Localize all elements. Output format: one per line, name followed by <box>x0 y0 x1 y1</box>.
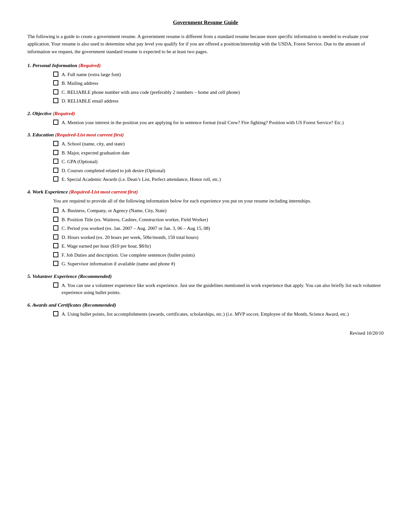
section-2-heading: 2. Objective (Required) <box>27 111 384 116</box>
section-1-checkbox-0[interactable] <box>53 72 58 77</box>
section-4-item-6: G. Supervisor information if available (… <box>53 260 384 268</box>
section-3-item-0: A. School (name, city, and state) <box>53 140 384 148</box>
section-3-item-2: C. GPA (Optional) <box>53 158 384 165</box>
section-2-checkbox-0[interactable] <box>53 120 58 125</box>
section-4-checkbox-2[interactable] <box>53 225 58 231</box>
section-4-item-text-4: E. Wage earned per hour ($10 per hour, $… <box>62 242 384 250</box>
section-3-checkbox-0[interactable] <box>53 141 58 146</box>
section-5-items: A. You can use a volunteer experience li… <box>27 282 384 296</box>
section-6-item-0: A. Using bullet points, list accomplishm… <box>53 310 384 318</box>
section-4-item-0: A. Business, Company, or Agency (Name, C… <box>53 207 384 214</box>
section-4-intro-block: You are required to provide all of the f… <box>27 197 384 205</box>
section-5-item-text-0: A. You can use a volunteer experience li… <box>62 282 384 296</box>
page-title: Government Resume Guide <box>27 19 384 26</box>
section-1-checkbox-2[interactable] <box>53 89 58 94</box>
section-5-checkbox-0[interactable] <box>53 282 58 288</box>
section-4-checkbox-5[interactable] <box>53 252 58 257</box>
section-3-checkbox-2[interactable] <box>53 159 58 164</box>
section-3-item-3: D. Courses completed related to job desi… <box>53 167 384 174</box>
section-4-item-4: E. Wage earned per hour ($10 per hour, $… <box>53 242 384 250</box>
section-1-item-2: C. RELIABLE phone number with area code … <box>53 89 384 96</box>
section-3-item-text-3: D. Courses completed related to job desi… <box>62 167 384 174</box>
section-5-required-label: (Recommended) <box>78 273 112 279</box>
section-4-checkbox-6[interactable] <box>53 261 58 266</box>
section-3-item-text-0: A. School (name, city, and state) <box>62 140 384 148</box>
section-4-item-2: C. Period you worked (ex. Jan. 2007 – Au… <box>53 225 384 232</box>
section-1-checkbox-1[interactable] <box>53 80 58 85</box>
section-1: 1. Personal Information (Required)A. Ful… <box>27 63 384 105</box>
section-4-item-text-2: C. Period you worked (ex. Jan. 2007 – Au… <box>62 225 384 232</box>
section-4-item-text-5: F. Job Duties and description. Use compl… <box>62 251 384 259</box>
section-4-checkbox-0[interactable] <box>53 208 58 213</box>
section-4-item-3: D. Hours worked (ex. 20 hours per week, … <box>53 234 384 241</box>
section-4-heading: 4. Work Experience (Required-List most c… <box>27 189 384 195</box>
section-2-item-text-0: A. Mention your interest in the position… <box>62 119 384 126</box>
section-1-item-text-0: A. Full name (extra large font) <box>62 71 384 78</box>
section-6-required-label: (Recommended) <box>83 302 116 308</box>
section-4-checkbox-1[interactable] <box>53 217 58 222</box>
section-4-checkbox-3[interactable] <box>53 234 58 240</box>
section-3-item-1: B. Major, expected graduation date <box>53 149 384 157</box>
section-2-items: A. Mention your interest in the position… <box>27 119 384 126</box>
intro-paragraph: The following is a guide to create a gov… <box>27 33 384 55</box>
section-4-item-text-1: B. Position Title (ex. Waitress, Cashier… <box>62 216 384 223</box>
section-1-heading: 1. Personal Information (Required) <box>27 63 384 68</box>
section-3-required-label: (Required-List most current first) <box>55 132 124 137</box>
section-1-required-label: (Required) <box>78 63 101 68</box>
section-3-checkbox-1[interactable] <box>53 150 58 155</box>
section-4-required-label: (Required-List most current first) <box>69 189 138 194</box>
section-3: 3. Education (Required-List most current… <box>27 132 384 183</box>
section-4-item-text-6: G. Supervisor information if available (… <box>62 260 384 268</box>
section-5: 5. Volunteer Experience (Recommended)A. … <box>27 273 384 296</box>
section-6-items: A. Using bullet points, list accomplishm… <box>27 310 384 318</box>
section-4-checkbox-4[interactable] <box>53 243 58 248</box>
section-2: 2. Objective (Required)A. Mention your i… <box>27 111 384 126</box>
section-4-items: A. Business, Company, or Agency (Name, C… <box>27 207 384 268</box>
section-1-checkbox-3[interactable] <box>53 98 58 103</box>
section-4-item-text-3: D. Hours worked (ex. 20 hours per week, … <box>62 234 384 241</box>
section-2-item-0: A. Mention your interest in the position… <box>53 119 384 126</box>
section-1-item-1: B. Mailing address <box>53 80 384 87</box>
section-3-item-text-1: B. Major, expected graduation date <box>62 149 384 157</box>
section-1-item-3: D. RELIABLE email address <box>53 97 384 105</box>
section-4-item-5: F. Job Duties and description. Use compl… <box>53 251 384 259</box>
section-1-items: A. Full name (extra large font)B. Mailin… <box>27 71 384 105</box>
section-3-items: A. School (name, city, and state)B. Majo… <box>27 140 384 183</box>
section-4-item-text-0: A. Business, Company, or Agency (Name, C… <box>62 207 384 214</box>
section-4-item-1: B. Position Title (ex. Waitress, Cashier… <box>53 216 384 223</box>
section-3-checkbox-4[interactable] <box>53 176 58 182</box>
section-1-item-text-3: D. RELIABLE email address <box>62 97 384 105</box>
section-6-heading: 6. Awards and Certificates (Recommended) <box>27 302 384 308</box>
section-1-item-text-1: B. Mailing address <box>62 80 384 87</box>
revised-line: Revised 10/20/10 <box>27 330 384 336</box>
section-1-item-0: A. Full name (extra large font) <box>53 71 384 78</box>
section-3-checkbox-3[interactable] <box>53 168 58 173</box>
sections-container: 1. Personal Information (Required)A. Ful… <box>27 63 384 318</box>
section-6: 6. Awards and Certificates (Recommended)… <box>27 302 384 318</box>
section-4: 4. Work Experience (Required-List most c… <box>27 189 384 268</box>
section-1-item-text-2: C. RELIABLE phone number with area code … <box>62 89 384 96</box>
section-6-checkbox-0[interactable] <box>53 311 58 316</box>
section-3-heading: 3. Education (Required-List most current… <box>27 132 384 138</box>
section-2-required-label: (Required) <box>53 111 75 116</box>
section-6-item-text-0: A. Using bullet points, list accomplishm… <box>62 310 384 318</box>
section-3-item-4: E. Special Academic Awards (i.e. Dean’s … <box>53 176 384 183</box>
section-5-heading: 5. Volunteer Experience (Recommended) <box>27 273 384 279</box>
section-3-item-text-2: C. GPA (Optional) <box>62 158 384 165</box>
section-3-item-text-4: E. Special Academic Awards (i.e. Dean’s … <box>62 176 384 183</box>
section-5-item-0: A. You can use a volunteer experience li… <box>53 282 384 296</box>
